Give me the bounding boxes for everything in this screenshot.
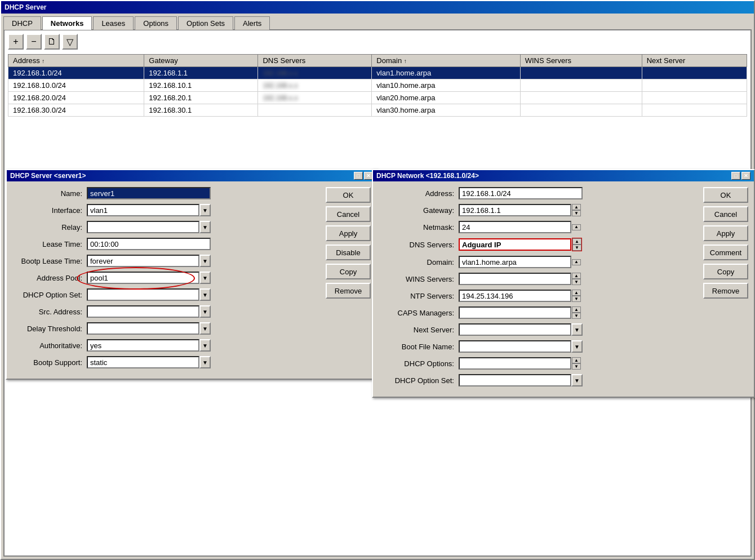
add-button[interactable]: + (8, 34, 24, 50)
networks-table: Address Gateway DNS Servers Domain WINS … (8, 54, 747, 117)
filter-button[interactable]: ▽ (62, 34, 78, 50)
interface-dropdown-button[interactable]: ▼ (199, 204, 211, 216)
server-cancel-button[interactable]: Cancel (326, 206, 371, 222)
col-dns-servers[interactable]: DNS Servers (258, 55, 372, 67)
gateway-up-button[interactable]: ▲ (572, 204, 581, 210)
bootp-lease-label: Bootp Lease Time: (15, 257, 82, 265)
wins-down-button[interactable]: ▼ (572, 279, 581, 285)
ntp-up-button[interactable]: ▲ (572, 290, 581, 296)
bootp-lease-input[interactable] (87, 255, 199, 267)
net-ntp-input[interactable] (459, 290, 571, 302)
network-ok-button[interactable]: OK (703, 187, 748, 203)
dns-down-button[interactable]: ▼ (572, 245, 581, 251)
interface-input[interactable] (87, 204, 199, 216)
netmask-up-button[interactable]: ▲ (572, 224, 581, 230)
col-gateway[interactable]: Gateway (144, 55, 258, 67)
add-icon: + (13, 37, 18, 47)
net-boot-file-input[interactable] (459, 340, 571, 353)
interface-label: Interface: (15, 206, 82, 215)
caps-up-button[interactable]: ▲ (572, 306, 581, 313)
net-netmask-input[interactable] (459, 221, 571, 233)
network-comment-button[interactable]: Comment (703, 245, 748, 260)
network-dialog-close-button[interactable]: ✕ (741, 172, 750, 180)
bootp-support-input[interactable] (87, 356, 199, 368)
relay-input[interactable] (87, 221, 199, 233)
net-gateway-label: Gateway: (381, 206, 454, 215)
src-address-input[interactable] (87, 305, 199, 318)
gateway-down-button[interactable]: ▼ (572, 210, 581, 216)
tab-option-sets[interactable]: Option Sets (178, 16, 233, 30)
net-address-input[interactable] (459, 187, 583, 199)
caps-down-button[interactable]: ▼ (572, 313, 581, 319)
net-wins-input[interactable] (459, 273, 571, 285)
boot-file-dropdown-button[interactable]: ▼ (571, 340, 583, 353)
lease-time-input[interactable] (87, 238, 211, 250)
col-domain[interactable]: Domain (372, 55, 520, 67)
net-dns-input[interactable] (459, 238, 571, 251)
network-copy-button[interactable]: Copy (703, 264, 748, 279)
relay-dropdown-button[interactable]: ▼ (199, 221, 211, 233)
table-row[interactable]: 192.168.20.0/24192.168.20.1192.168.x.xvl… (8, 92, 747, 104)
next-server-dropdown-button[interactable]: ▼ (571, 323, 583, 336)
net-caps-input[interactable] (459, 306, 571, 319)
address-pool-input[interactable] (87, 272, 199, 284)
table-row[interactable]: 192.168.10.0/24192.168.10.1192.168.x.xvl… (8, 79, 747, 92)
net-gateway-input[interactable] (459, 204, 571, 216)
network-dialog-buttons: OK Cancel Apply Comment Copy Remove (703, 181, 754, 397)
domain-up-button[interactable]: ▲ (572, 259, 581, 265)
dhcp-options-down-button[interactable]: ▼ (572, 363, 581, 370)
server-apply-button[interactable]: Apply (326, 225, 371, 241)
delay-threshold-input[interactable] (87, 322, 199, 335)
net-dns-row: DNS Servers: ▲ ▼ (381, 238, 695, 251)
network-cancel-button[interactable]: Cancel (703, 206, 748, 222)
lease-time-row: Lease Time: (15, 238, 318, 250)
network-apply-button[interactable]: Apply (703, 225, 748, 241)
src-address-dropdown-button[interactable]: ▼ (199, 305, 211, 318)
col-wins-servers[interactable]: WINS Servers (520, 55, 642, 67)
net-next-server-input[interactable] (459, 323, 571, 336)
network-remove-button[interactable]: Remove (703, 283, 748, 299)
dns-up-button[interactable]: ▲ (572, 238, 581, 245)
tab-alerts[interactable]: Alerts (234, 16, 270, 30)
wins-up-button[interactable]: ▲ (572, 273, 581, 279)
net-dns-label: DNS Servers: (381, 241, 454, 249)
dhcp-option-set-input[interactable] (87, 288, 199, 301)
address-pool-dropdown-button[interactable]: ▼ (199, 272, 211, 284)
dhcp-options-up-button[interactable]: ▲ (572, 357, 581, 363)
delay-threshold-dropdown-button[interactable]: ▼ (199, 322, 211, 335)
dhcp-option-set-dropdown-button[interactable]: ▼ (199, 288, 211, 301)
server-dialog-buttons: OK Cancel Apply Disable Copy Remove (326, 181, 376, 379)
network-dialog-restore-button[interactable]: □ (731, 172, 740, 180)
table-row[interactable]: 192.168.1.0/24192.168.1.1192.168.x.xvlan… (8, 67, 747, 79)
dhcp-option-set-dropdown-button[interactable]: ▼ (571, 374, 583, 386)
name-input[interactable] (87, 187, 211, 199)
tab-leases[interactable]: Leases (93, 16, 134, 30)
tab-networks[interactable]: Networks (42, 16, 92, 30)
table-row[interactable]: 192.168.30.0/24192.168.30.1vlan30.home.a… (8, 104, 747, 117)
net-dhcp-option-set-input[interactable] (459, 374, 571, 386)
server-dialog-restore-button[interactable]: □ (354, 172, 363, 180)
net-domain-input[interactable] (459, 256, 571, 268)
bootp-support-dropdown-button[interactable]: ▼ (199, 356, 211, 368)
tab-options[interactable]: Options (135, 16, 177, 30)
net-netmask-label: Netmask: (381, 223, 454, 232)
net-boot-file-label: Boot File Name: (381, 343, 454, 351)
server-disable-button[interactable]: Disable (326, 245, 371, 260)
tab-dhcp[interactable]: DHCP (3, 16, 41, 30)
bootp-lease-dropdown-button[interactable]: ▼ (199, 255, 211, 267)
toolbar: + − 🗋 ▽ (8, 34, 747, 50)
server-remove-button[interactable]: Remove (326, 283, 371, 299)
window-title: DHCP Server (5, 3, 46, 11)
net-dhcp-options-input[interactable] (459, 357, 571, 370)
server-ok-button[interactable]: OK (326, 187, 371, 203)
authoritative-input[interactable] (87, 339, 199, 352)
net-wins-row: WINS Servers: ▲ ▼ (381, 273, 695, 285)
address-pool-label: Address Pool: (15, 274, 82, 282)
ntp-down-button[interactable]: ▼ (572, 296, 581, 302)
remove-button[interactable]: − (26, 34, 42, 50)
authoritative-dropdown-button[interactable]: ▼ (199, 339, 211, 352)
server-copy-button[interactable]: Copy (326, 264, 371, 279)
copy-toolbar-button[interactable]: 🗋 (44, 34, 60, 50)
col-address[interactable]: Address (8, 55, 144, 67)
col-next-server[interactable]: Next Server (642, 55, 747, 67)
